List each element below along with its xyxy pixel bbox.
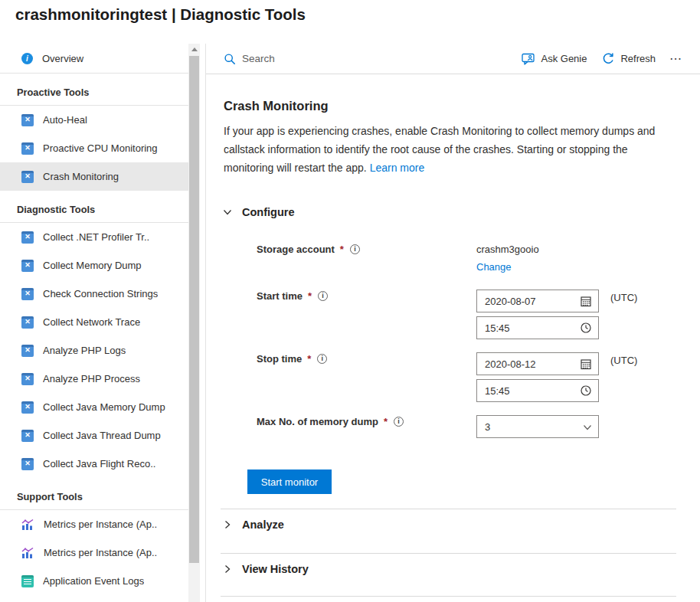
sidebar-item-application-event-logs[interactable]: Application Event Logs xyxy=(0,567,188,595)
refresh-button[interactable]: Refresh xyxy=(594,47,663,70)
search-box[interactable] xyxy=(224,53,514,65)
analyze-section-label: Analyze xyxy=(242,519,284,531)
sidebar-item-proactive-cpu-monitoring[interactable]: Proactive CPU Monitoring xyxy=(0,134,188,162)
scrollbar-thumb[interactable] xyxy=(189,56,199,563)
clock-icon[interactable] xyxy=(580,384,592,397)
search-input[interactable] xyxy=(242,53,433,64)
ask-genie-icon xyxy=(522,53,535,65)
tool-clipboard-icon xyxy=(21,260,34,272)
sidebar-item-collect-network-trace[interactable]: Collect Network Trace xyxy=(0,308,188,336)
field-label-text: Max No. of memory dump xyxy=(257,416,378,427)
divider xyxy=(221,596,676,597)
max-memory-dump-select[interactable]: 3 xyxy=(476,415,599,438)
sidebar-item-label: Check Connection Strings xyxy=(43,288,158,299)
storage-account-value: crashm3gooio xyxy=(476,244,539,255)
start-date-field xyxy=(476,290,599,312)
sidebar-item-label: Collect Java Flight Reco.. xyxy=(43,458,155,469)
required-asterisk: * xyxy=(384,416,388,427)
more-options-button[interactable]: ⋯ xyxy=(663,48,689,69)
stop-timezone-label: (UTC) xyxy=(610,355,637,366)
stop-date-field xyxy=(476,352,599,375)
start-timezone-label: (UTC) xyxy=(610,292,637,303)
calendar-icon[interactable] xyxy=(580,358,592,370)
sidebar-item-overview[interactable]: i Overview xyxy=(0,44,188,73)
sidebar-item-auto-heal[interactable]: Auto-Heal xyxy=(0,106,188,134)
tool-clipboard-icon xyxy=(21,430,34,442)
sidebar-item-label: Collect Java Memory Dump xyxy=(43,401,165,413)
required-asterisk: * xyxy=(308,290,312,302)
chevron-right-icon xyxy=(223,520,232,529)
sidebar-scrollbar xyxy=(188,44,200,602)
analyze-section-header[interactable]: Analyze xyxy=(223,519,284,531)
select-value: 3 xyxy=(477,421,598,433)
sidebar-item-collect-java-thread-dump[interactable]: Collect Java Thread Dump xyxy=(0,421,188,450)
tool-clipboard-icon xyxy=(21,231,34,244)
page-heading: Crash Monitoring xyxy=(224,99,329,113)
tool-clipboard-icon xyxy=(21,373,34,385)
sidebar-item-collect-memory-dump[interactable]: Collect Memory Dump xyxy=(0,251,188,280)
sidebar-section-proactive-tools: Proactive Tools xyxy=(0,74,188,106)
info-icon[interactable]: i xyxy=(350,244,360,254)
sidebar-item-collect-java-flight-recorder[interactable]: Collect Java Flight Reco.. xyxy=(0,450,188,478)
event-logs-icon xyxy=(21,575,34,587)
chevron-right-icon xyxy=(223,564,232,574)
tool-clipboard-icon xyxy=(21,401,34,414)
sidebar-item-collect-net-profiler[interactable]: Collect .NET Profiler Tr.. xyxy=(0,223,188,251)
calendar-icon[interactable] xyxy=(580,295,592,307)
refresh-label: Refresh xyxy=(620,53,656,64)
sidebar-item-label: Crash Monitoring xyxy=(43,171,119,182)
description-text: If your app is experiencing crashes, ena… xyxy=(224,122,680,177)
divider xyxy=(221,553,676,554)
start-time-label: Start time * i xyxy=(257,290,328,302)
sidebar-item-analyze-php-process[interactable]: Analyze PHP Process xyxy=(0,365,188,393)
sidebar-item-crash-monitoring[interactable]: Crash Monitoring xyxy=(0,162,188,191)
tool-clipboard-icon xyxy=(21,345,34,357)
sidebar-item-analyze-php-logs[interactable]: Analyze PHP Logs xyxy=(0,336,188,365)
view-history-section-header[interactable]: View History xyxy=(223,563,309,575)
tool-clipboard-icon xyxy=(21,142,34,155)
tool-clipboard-icon xyxy=(21,171,34,183)
toolbar: Ask Genie Refresh ⋯ xyxy=(206,44,700,74)
sidebar-item-metrics-per-instance-2[interactable]: Metrics per Instance (Ap.. xyxy=(0,538,188,567)
scroll-up-button[interactable] xyxy=(188,44,200,55)
info-circle-icon: i xyxy=(21,53,33,64)
max-memory-dump-label: Max No. of memory dump * i xyxy=(257,416,404,427)
tool-clipboard-icon xyxy=(21,288,34,300)
toolbar-actions: Ask Genie Refresh ⋯ xyxy=(514,47,689,70)
required-asterisk: * xyxy=(340,244,344,255)
triangle-up-icon xyxy=(191,47,198,51)
tool-clipboard-icon xyxy=(21,114,34,126)
view-history-section-label: View History xyxy=(242,563,309,575)
clock-icon[interactable] xyxy=(580,322,592,334)
sidebar-section-support-tools: Support Tools xyxy=(0,478,188,510)
ask-genie-button[interactable]: Ask Genie xyxy=(514,48,594,70)
start-monitor-button[interactable]: Start monitor xyxy=(247,469,332,494)
sidebar-item-label: Collect Memory Dump xyxy=(43,260,142,271)
stop-time-label: Stop time * i xyxy=(257,353,327,365)
configure-section-header[interactable]: Configure xyxy=(223,206,294,218)
chevron-down-icon xyxy=(583,423,592,432)
info-icon[interactable]: i xyxy=(394,417,404,427)
sidebar-item-label: Analyze PHP Process xyxy=(43,373,140,384)
metrics-chart-icon xyxy=(21,519,34,531)
info-icon[interactable]: i xyxy=(318,291,328,301)
field-label-text: Stop time xyxy=(257,353,302,365)
sidebar-item-label: Auto-Heal xyxy=(43,114,87,126)
info-icon[interactable]: i xyxy=(317,354,327,364)
sidebar-section-diagnostic-tools: Diagnostic Tools xyxy=(0,191,188,223)
sidebar-item-label: Collect Network Trace xyxy=(43,316,140,328)
sidebar-item-metrics-per-instance-1[interactable]: Metrics per Instance (Ap.. xyxy=(0,510,188,538)
ask-genie-label: Ask Genie xyxy=(541,53,587,64)
search-icon xyxy=(224,53,236,65)
sidebar-item-label: Metrics per Instance (Ap.. xyxy=(44,547,157,558)
sidebar-item-collect-java-memory-dump[interactable]: Collect Java Memory Dump xyxy=(0,393,188,421)
configure-section-label: Configure xyxy=(242,206,294,218)
page: crashmonitoringtest | Diagnostic Tools i… xyxy=(0,0,700,602)
change-storage-link[interactable]: Change xyxy=(476,261,512,273)
start-time-field xyxy=(476,316,599,339)
sidebar-item-label: Proactive CPU Monitoring xyxy=(43,142,158,154)
sidebar-item-check-connection-strings[interactable]: Check Connection Strings xyxy=(0,280,188,308)
learn-more-link[interactable]: Learn more xyxy=(370,162,425,174)
sidebar-item-label: Analyze PHP Logs xyxy=(43,345,126,356)
refresh-icon xyxy=(602,52,615,65)
